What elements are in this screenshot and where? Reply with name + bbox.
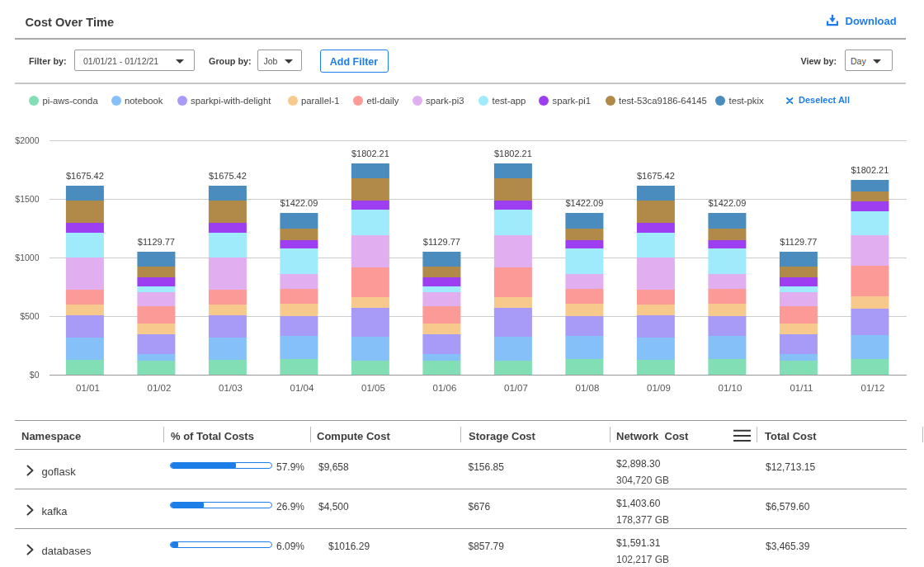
svg-text:01/04: 01/04 bbox=[290, 383, 314, 393]
svg-text:$1129.77: $1129.77 bbox=[780, 237, 817, 247]
svg-text:01/03: 01/03 bbox=[219, 383, 243, 393]
svg-text:01/07: 01/07 bbox=[504, 383, 528, 393]
svg-text:$2000: $2000 bbox=[15, 135, 39, 145]
svg-text:01/11: 01/11 bbox=[790, 383, 813, 393]
svg-text:$1129.77: $1129.77 bbox=[138, 237, 175, 247]
svg-text:$1675.42: $1675.42 bbox=[66, 171, 104, 181]
svg-text:$1802.21: $1802.21 bbox=[494, 149, 532, 158]
svg-text:01/09: 01/09 bbox=[647, 383, 671, 393]
svg-text:$500: $500 bbox=[20, 311, 40, 321]
svg-text:$1000: $1000 bbox=[15, 253, 39, 262]
svg-text:$1675.42: $1675.42 bbox=[209, 171, 247, 181]
svg-text:$1675.42: $1675.42 bbox=[637, 171, 675, 181]
svg-text:01/08: 01/08 bbox=[576, 383, 600, 393]
svg-text:$0: $0 bbox=[30, 370, 40, 380]
svg-text:$1129.77: $1129.77 bbox=[423, 237, 460, 247]
svg-text:$1422.09: $1422.09 bbox=[708, 198, 746, 208]
svg-text:01/10: 01/10 bbox=[719, 383, 742, 393]
svg-text:$1500: $1500 bbox=[15, 194, 39, 204]
svg-text:01/06: 01/06 bbox=[433, 383, 457, 393]
svg-text:$1802.21: $1802.21 bbox=[351, 149, 389, 158]
svg-text:01/05: 01/05 bbox=[361, 383, 385, 393]
svg-text:$1422.09: $1422.09 bbox=[280, 198, 318, 208]
svg-text:$1422.09: $1422.09 bbox=[565, 198, 603, 208]
svg-text:01/01: 01/01 bbox=[76, 383, 100, 393]
svg-text:$1802.21: $1802.21 bbox=[851, 165, 889, 175]
svg-text:01/12: 01/12 bbox=[861, 383, 885, 393]
svg-text:01/02: 01/02 bbox=[148, 383, 172, 393]
